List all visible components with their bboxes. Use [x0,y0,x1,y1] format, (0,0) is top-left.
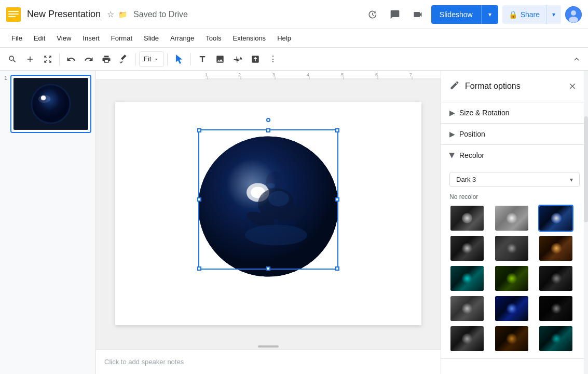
no-recolor-label: No recolor [449,193,580,201]
print-button[interactable] [98,51,115,68]
position-section: ▶ Position [441,124,588,145]
menu-view[interactable]: View [51,32,76,44]
star-icon[interactable]: ☆ [107,9,114,19]
slide-preview-1 [13,78,88,130]
meet-button[interactable] [408,5,427,24]
saved-status: Saved to Drive [133,10,188,19]
user-avatar[interactable] [565,6,582,23]
svg-rect-3 [8,16,16,17]
swatch-gold1[interactable] [494,325,529,352]
sep-1 [59,53,60,65]
svg-text:7: 7 [409,72,412,77]
menu-bar: File Edit View Insert Format Slide Arran… [0,29,588,48]
collapse-toolbar-button[interactable] [569,52,584,66]
ruler-ticks: 1 2 3 4 5 6 7 8 9 [205,71,441,79]
svg-point-5 [571,10,576,16]
swatch-dark1[interactable] [449,235,485,262]
recolor-header[interactable]: ▶ Recolor [441,145,588,166]
paint-button[interactable] [116,51,132,68]
slideshow-button[interactable]: Slideshow ▾ [431,5,498,24]
image-circle [198,137,338,277]
menu-tools[interactable]: Tools [200,32,226,44]
swatch-teal1[interactable] [449,265,485,292]
top-actions: Slideshow ▾ 🔒 Share ▾ [363,5,582,24]
slide-canvas-container [96,80,441,347]
rotate-handle[interactable] [266,118,270,122]
comment-button[interactable] [386,5,404,24]
size-rotation-arrow: ▶ [449,109,455,117]
swatch-dark3[interactable] [538,205,573,232]
handle-top-middle[interactable] [266,128,270,132]
redo-button[interactable] [80,51,97,68]
swatch-black1[interactable] [538,295,573,322]
speaker-notes[interactable]: Click to add speaker notes [96,349,441,374]
swatch-blue1[interactable] [494,295,529,322]
image-inner [198,137,338,277]
swatch-green1[interactable] [494,265,529,292]
recolor-content: Dark 3 ▾ No recolor [441,166,588,358]
slideshow-arrow[interactable]: ▾ [482,5,498,24]
menu-format[interactable]: Format [106,32,138,44]
swatch-dark2[interactable] [494,235,529,262]
format-panel-icon [449,80,460,93]
swatch-warm1[interactable] [538,235,573,262]
swatch-light1[interactable] [494,205,529,232]
share-main[interactable]: 🔒 Share [502,5,546,24]
slideshow-main[interactable]: Slideshow [431,5,482,24]
zoom-select[interactable]: Fit [139,51,164,67]
slide-item-1[interactable]: 1 [4,75,91,133]
swatch-dark4[interactable] [538,265,573,292]
menu-insert[interactable]: Insert [77,32,105,44]
notes-drag-handle[interactable] [258,345,279,348]
line-button[interactable] [247,51,264,68]
recolor-dropdown[interactable]: Dark 3 ▾ [449,172,580,187]
history-button[interactable] [363,5,381,24]
svg-point-13 [42,97,45,100]
image-container[interactable] [198,137,338,277]
recolor-section: ▶ Recolor Dark 3 ▾ No recolor [441,145,588,359]
zoom-in-button[interactable] [22,51,38,68]
image-button[interactable] [212,51,228,68]
notes-divider [96,347,441,349]
share-arrow[interactable]: ▾ [546,5,561,24]
position-header[interactable]: ▶ Position [441,124,588,144]
canvas-area: 1 2 3 4 5 6 7 8 9 [96,71,441,374]
ruler-horizontal: 1 2 3 4 5 6 7 8 9 [96,71,441,80]
recolor-swatches-grid [449,205,580,352]
slide-canvas[interactable] [115,102,421,325]
menu-arrange[interactable]: Arrange [165,32,199,44]
size-rotation-header[interactable]: ▶ Size & Rotation [441,102,588,123]
lock-icon: 🔒 [509,10,517,19]
menu-help[interactable]: Help [272,32,296,44]
close-format-panel-button[interactable] [565,79,580,94]
panel-scrollbar-thumb[interactable] [584,116,588,222]
notes-placeholder[interactable]: Click to add speaker notes [104,358,184,366]
menu-file[interactable]: File [6,32,28,44]
share-button[interactable]: 🔒 Share ▾ [502,5,561,24]
sep-2 [135,53,136,65]
more-tools-button[interactable]: ⋮ [265,51,281,68]
handle-top-right[interactable] [335,128,339,132]
svg-text:1: 1 [205,72,208,77]
shape-button[interactable] [229,51,246,68]
document-title: New Presentation [27,9,101,20]
menu-edit[interactable]: Edit [29,32,50,44]
menu-slide[interactable]: Slide [139,32,164,44]
text-button[interactable] [194,51,211,68]
swatch-grayscale[interactable] [449,205,485,232]
handle-top-left[interactable] [197,128,201,132]
slide-thumbnail-1[interactable] [10,75,91,133]
toolbar: Fit ⋮ [0,48,588,71]
undo-button[interactable] [63,51,79,68]
search-button[interactable] [4,51,21,68]
swatch-gray2[interactable] [449,295,485,322]
menu-extensions[interactable]: Extensions [228,32,271,44]
sep-4 [190,53,191,65]
swatch-gray3[interactable] [449,325,485,352]
cursor-button[interactable] [171,51,187,68]
recolor-arrow: ▶ [448,153,457,158]
cloud-icon[interactable]: 📁 [118,10,127,19]
format-panel-header: Format options [441,71,588,102]
swatch-teal2[interactable] [538,325,573,352]
zoom-fit-button[interactable] [39,51,56,68]
